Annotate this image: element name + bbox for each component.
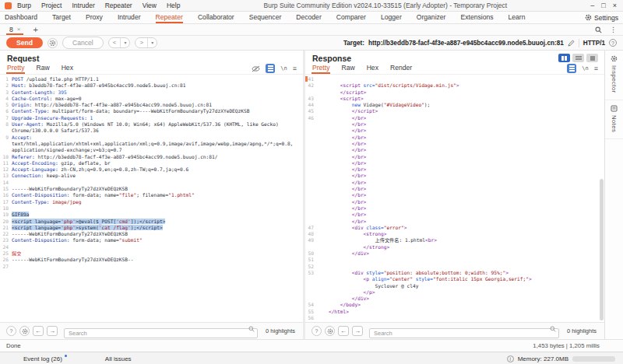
- code-line: 25提交: [0, 250, 303, 257]
- cancel-button[interactable]: Cancel: [62, 37, 104, 49]
- newline-toggle-icon[interactable]: \n: [582, 65, 588, 72]
- main-tab-logger[interactable]: Logger: [381, 12, 402, 23]
- code-line: </strong>: [305, 244, 604, 250]
- chevron-down-icon[interactable]: ▾: [120, 38, 129, 47]
- search-help-icon[interactable]: ?: [312, 326, 322, 336]
- send-button[interactable]: Send: [6, 37, 43, 48]
- line-number: 23: [0, 237, 12, 243]
- next-match-button[interactable]: →: [47, 326, 58, 336]
- help-icon[interactable]: ?: [609, 39, 617, 47]
- notes-tab[interactable]: Notes: [605, 100, 623, 139]
- main-tab-intruder[interactable]: Intruder: [118, 12, 141, 23]
- next-match-button[interactable]: →: [352, 326, 363, 336]
- back-icon: <: [109, 38, 121, 47]
- line-number: [305, 128, 317, 134]
- code-line: 5Origin: http://b3eddb78-facf-4f3e-a887-…: [0, 102, 303, 108]
- line-number: 57: [305, 321, 317, 322]
- main-tab-comparer[interactable]: Comparer: [336, 12, 366, 23]
- line-number: 17: [0, 199, 12, 205]
- inspector-tab[interactable]: Inspector: [605, 51, 623, 100]
- more-options-icon[interactable]: ⋮: [610, 26, 617, 33]
- menu-view[interactable]: View: [143, 2, 157, 9]
- search-icon[interactable]: [595, 26, 602, 33]
- layout-columns-button[interactable]: [558, 54, 570, 62]
- history-back-button[interactable]: < ▾: [108, 37, 131, 48]
- add-tab-button[interactable]: +: [33, 25, 37, 34]
- main-tab-decoder[interactable]: Decoder: [296, 12, 321, 23]
- hide-nonprintable-icon[interactable]: [252, 65, 260, 72]
- menu-project[interactable]: Project: [41, 2, 62, 9]
- chevron-down-icon[interactable]: ▾: [147, 38, 157, 47]
- search-help-icon[interactable]: ?: [6, 326, 16, 336]
- response-scrollbar[interactable]: [600, 179, 604, 320]
- prev-match-button[interactable]: ←: [338, 326, 349, 336]
- memory-status: i Memory: 227.0MB: [507, 355, 615, 362]
- layout-rows-button[interactable]: [572, 54, 584, 62]
- request-editor[interactable]: 1POST /upload_file.php HTTP/1.12Host: b3…: [0, 75, 303, 322]
- response-tab-pretty[interactable]: Pretty: [312, 63, 330, 74]
- response-tab-hex[interactable]: Hex: [366, 63, 379, 74]
- pretty-print-toggle-icon[interactable]: [266, 64, 275, 73]
- settings-button[interactable]: Settings: [585, 14, 618, 22]
- line-number: 9: [0, 135, 12, 141]
- main-tab-repeater[interactable]: Repeater: [156, 12, 183, 23]
- request-tab-pretty[interactable]: Pretty: [6, 63, 25, 74]
- search-settings-icon[interactable]: [19, 326, 30, 336]
- main-tab-collaborator[interactable]: Collaborator: [198, 12, 234, 23]
- editor-menu-icon[interactable]: ≡: [594, 65, 598, 72]
- newline-toggle-icon[interactable]: \n: [280, 65, 287, 72]
- prev-match-button[interactable]: ←: [33, 326, 44, 336]
- request-title: Request: [7, 54, 39, 63]
- http-version-selector[interactable]: HTTP/1: [583, 40, 605, 47]
- request-tabs: PrettyRawHex \n ≡: [0, 63, 303, 75]
- menu-burp[interactable]: Burp: [17, 2, 31, 9]
- close-button[interactable]: ×: [613, 1, 617, 11]
- edit-target-icon[interactable]: [568, 40, 575, 47]
- request-tab-hex[interactable]: Hex: [61, 63, 74, 74]
- code-line: 13Connection: keep-alive: [0, 173, 303, 179]
- response-search-input[interactable]: [369, 328, 559, 338]
- search-settings-icon[interactable]: [325, 326, 335, 336]
- editor-menu-icon[interactable]: ≡: [293, 65, 297, 72]
- line-number: 46: [305, 115, 317, 121]
- close-tab-icon[interactable]: ×: [17, 26, 21, 33]
- code-line: 45 </script>: [305, 108, 604, 114]
- code-line: </br>: [305, 166, 604, 173]
- code-line: </br>: [305, 121, 604, 128]
- event-log-button[interactable]: Event log (26): [23, 355, 62, 362]
- main-tab-proxy[interactable]: Proxy: [86, 12, 103, 23]
- minimize-button[interactable]: –: [590, 1, 594, 11]
- code-line: 24: [0, 244, 303, 250]
- send-settings-button[interactable]: [48, 38, 58, 48]
- response-tab-raw[interactable]: Raw: [340, 63, 355, 74]
- maximize-button[interactable]: □: [601, 1, 605, 11]
- main-tab-learn[interactable]: Learn: [509, 12, 526, 23]
- main-tab-organizer[interactable]: Organizer: [417, 12, 446, 23]
- code-line: 4Cache-Control: max-age=0: [0, 96, 303, 102]
- code-line: 15------WebKitFormBoundaryTy27dzXYeDEQzK…: [0, 186, 303, 192]
- pretty-print-toggle-icon[interactable]: [567, 64, 576, 73]
- burp-logo-icon: [5, 2, 12, 9]
- response-tab-render[interactable]: Render: [389, 63, 413, 74]
- history-forward-button[interactable]: > ▾: [135, 37, 157, 48]
- menu-help[interactable]: Help: [167, 2, 180, 9]
- repeater-tab[interactable]: 8 ×: [6, 25, 23, 35]
- info-icon[interactable]: i: [507, 355, 514, 362]
- main-tab-sequencer[interactable]: Sequencer: [249, 12, 282, 23]
- code-line: 50 </div>: [305, 250, 604, 257]
- line-number: [305, 121, 317, 128]
- layout-single-button[interactable]: [586, 54, 598, 62]
- all-issues-button[interactable]: All issues: [105, 355, 132, 362]
- code-line: </br>: [305, 192, 604, 198]
- main-tab-dashboard[interactable]: Dashboard: [5, 12, 37, 23]
- request-search-input[interactable]: [64, 328, 258, 338]
- request-tab-raw[interactable]: Raw: [35, 63, 50, 74]
- line-number: [305, 89, 317, 96]
- gear-icon: [49, 40, 56, 47]
- response-editor[interactable]: 4142 <script src="dist/scripts/Vidage.mi…: [305, 75, 604, 322]
- main-tab-target[interactable]: Target: [52, 12, 71, 23]
- main-tab-extensions[interactable]: Extensions: [460, 12, 493, 23]
- menu-repeater[interactable]: Repeater: [105, 2, 132, 9]
- menu-intruder[interactable]: Intruder: [72, 2, 94, 9]
- code-line: 53 <div style="position: absolute;bottom…: [305, 270, 604, 276]
